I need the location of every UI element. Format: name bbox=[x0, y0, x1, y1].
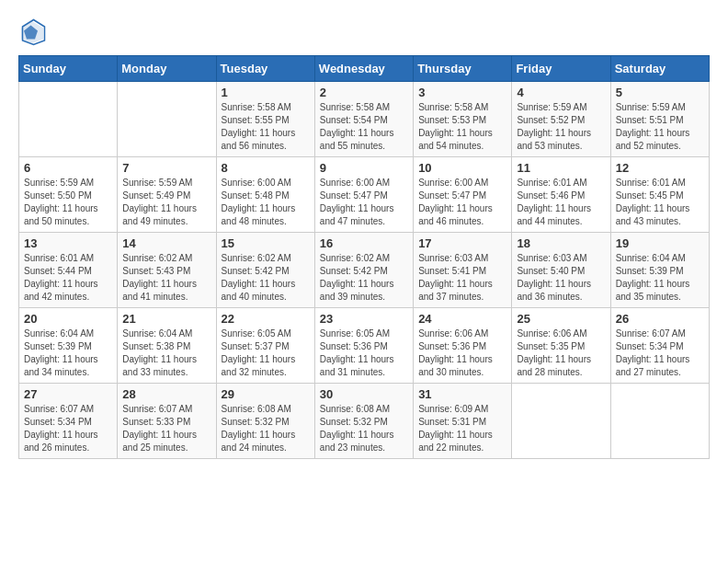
day-info: Sunrise: 5:59 AM Sunset: 5:50 PM Dayligh… bbox=[24, 177, 112, 228]
day-number: 17 bbox=[418, 236, 506, 250]
calendar-cell: 20Sunrise: 6:04 AM Sunset: 5:39 PM Dayli… bbox=[19, 308, 118, 384]
day-number: 2 bbox=[320, 86, 408, 99]
logo-icon bbox=[18, 18, 46, 46]
calendar-cell: 21Sunrise: 6:04 AM Sunset: 5:38 PM Dayli… bbox=[118, 308, 216, 384]
calendar-week-3: 13Sunrise: 6:01 AM Sunset: 5:44 PM Dayli… bbox=[19, 233, 710, 308]
weekday-header-monday: Monday bbox=[118, 56, 216, 82]
calendar-cell: 9Sunrise: 6:00 AM Sunset: 5:47 PM Daylig… bbox=[314, 157, 413, 233]
day-number: 31 bbox=[418, 387, 506, 401]
day-info: Sunrise: 6:05 AM Sunset: 5:36 PM Dayligh… bbox=[320, 327, 408, 379]
day-info: Sunrise: 6:04 AM Sunset: 5:39 PM Dayligh… bbox=[616, 252, 704, 304]
calendar-header: SundayMondayTuesdayWednesdayThursdayFrid… bbox=[19, 56, 710, 82]
day-number: 13 bbox=[24, 236, 112, 250]
day-number: 4 bbox=[517, 86, 605, 99]
day-info: Sunrise: 6:00 AM Sunset: 5:48 PM Dayligh… bbox=[222, 177, 310, 228]
calendar-cell: 26Sunrise: 6:07 AM Sunset: 5:34 PM Dayli… bbox=[610, 308, 709, 384]
calendar-cell: 10Sunrise: 6:00 AM Sunset: 5:47 PM Dayli… bbox=[414, 157, 512, 233]
calendar-cell: 13Sunrise: 6:01 AM Sunset: 5:44 PM Dayli… bbox=[19, 233, 118, 308]
day-info: Sunrise: 6:00 AM Sunset: 5:47 PM Dayligh… bbox=[320, 177, 408, 228]
calendar-cell: 4Sunrise: 5:59 AM Sunset: 5:52 PM Daylig… bbox=[512, 82, 610, 157]
day-number: 26 bbox=[616, 312, 704, 326]
calendar-cell: 14Sunrise: 6:02 AM Sunset: 5:43 PM Dayli… bbox=[118, 233, 216, 308]
day-info: Sunrise: 6:08 AM Sunset: 5:32 PM Dayligh… bbox=[320, 403, 408, 454]
day-info: Sunrise: 6:03 AM Sunset: 5:41 PM Dayligh… bbox=[418, 252, 506, 304]
day-number: 15 bbox=[222, 236, 310, 250]
day-number: 1 bbox=[222, 86, 310, 99]
calendar-cell: 7Sunrise: 5:59 AM Sunset: 5:49 PM Daylig… bbox=[118, 157, 216, 233]
day-info: Sunrise: 6:01 AM Sunset: 5:45 PM Dayligh… bbox=[616, 177, 704, 228]
day-number: 3 bbox=[418, 86, 506, 99]
calendar-cell bbox=[19, 82, 118, 157]
day-number: 14 bbox=[122, 236, 210, 250]
day-number: 12 bbox=[616, 161, 704, 175]
calendar-cell bbox=[610, 384, 709, 459]
day-number: 28 bbox=[122, 387, 210, 401]
day-number: 9 bbox=[320, 161, 408, 175]
logo bbox=[18, 18, 50, 46]
day-info: Sunrise: 6:04 AM Sunset: 5:39 PM Dayligh… bbox=[24, 327, 112, 379]
day-info: Sunrise: 6:06 AM Sunset: 5:36 PM Dayligh… bbox=[418, 327, 506, 379]
calendar-cell: 5Sunrise: 5:59 AM Sunset: 5:51 PM Daylig… bbox=[610, 82, 709, 157]
day-info: Sunrise: 6:02 AM Sunset: 5:42 PM Dayligh… bbox=[222, 252, 310, 304]
day-info: Sunrise: 6:07 AM Sunset: 5:34 PM Dayligh… bbox=[616, 327, 704, 379]
calendar-body: 1Sunrise: 5:58 AM Sunset: 5:55 PM Daylig… bbox=[19, 82, 710, 459]
day-info: Sunrise: 6:03 AM Sunset: 5:40 PM Dayligh… bbox=[517, 252, 605, 304]
day-number: 25 bbox=[517, 312, 605, 326]
weekday-header-friday: Friday bbox=[512, 56, 610, 82]
day-number: 24 bbox=[418, 312, 506, 326]
day-number: 21 bbox=[122, 312, 210, 326]
weekday-header-wednesday: Wednesday bbox=[314, 56, 413, 82]
weekday-header-tuesday: Tuesday bbox=[216, 56, 314, 82]
day-info: Sunrise: 6:07 AM Sunset: 5:33 PM Dayligh… bbox=[122, 403, 210, 454]
calendar-cell: 19Sunrise: 6:04 AM Sunset: 5:39 PM Dayli… bbox=[610, 233, 709, 308]
day-number: 10 bbox=[418, 161, 506, 175]
day-number: 19 bbox=[616, 236, 704, 250]
calendar-cell: 18Sunrise: 6:03 AM Sunset: 5:40 PM Dayli… bbox=[512, 233, 610, 308]
calendar-cell: 28Sunrise: 6:07 AM Sunset: 5:33 PM Dayli… bbox=[118, 384, 216, 459]
calendar-cell: 22Sunrise: 6:05 AM Sunset: 5:37 PM Dayli… bbox=[216, 308, 314, 384]
day-number: 30 bbox=[320, 387, 408, 401]
calendar-cell: 3Sunrise: 5:58 AM Sunset: 5:53 PM Daylig… bbox=[414, 82, 512, 157]
calendar-week-1: 1Sunrise: 5:58 AM Sunset: 5:55 PM Daylig… bbox=[19, 82, 710, 157]
day-info: Sunrise: 6:07 AM Sunset: 5:34 PM Dayligh… bbox=[24, 403, 112, 454]
day-info: Sunrise: 6:04 AM Sunset: 5:38 PM Dayligh… bbox=[122, 327, 210, 379]
weekday-row: SundayMondayTuesdayWednesdayThursdayFrid… bbox=[19, 56, 710, 82]
day-info: Sunrise: 6:06 AM Sunset: 5:35 PM Dayligh… bbox=[517, 327, 605, 379]
calendar-cell: 12Sunrise: 6:01 AM Sunset: 5:45 PM Dayli… bbox=[610, 157, 709, 233]
weekday-header-sunday: Sunday bbox=[19, 56, 118, 82]
day-info: Sunrise: 5:59 AM Sunset: 5:52 PM Dayligh… bbox=[517, 101, 605, 153]
day-number: 18 bbox=[517, 236, 605, 250]
calendar-cell bbox=[118, 82, 216, 157]
day-number: 5 bbox=[616, 86, 704, 99]
calendar-week-5: 27Sunrise: 6:07 AM Sunset: 5:34 PM Dayli… bbox=[19, 384, 710, 459]
day-number: 20 bbox=[24, 312, 112, 326]
calendar-cell: 31Sunrise: 6:09 AM Sunset: 5:31 PM Dayli… bbox=[414, 384, 512, 459]
day-number: 8 bbox=[222, 161, 310, 175]
day-number: 27 bbox=[24, 387, 112, 401]
calendar-week-4: 20Sunrise: 6:04 AM Sunset: 5:39 PM Dayli… bbox=[19, 308, 710, 384]
day-info: Sunrise: 5:58 AM Sunset: 5:53 PM Dayligh… bbox=[418, 101, 506, 153]
calendar-cell: 6Sunrise: 5:59 AM Sunset: 5:50 PM Daylig… bbox=[19, 157, 118, 233]
day-number: 6 bbox=[24, 161, 112, 175]
day-info: Sunrise: 6:05 AM Sunset: 5:37 PM Dayligh… bbox=[222, 327, 310, 379]
day-info: Sunrise: 6:02 AM Sunset: 5:43 PM Dayligh… bbox=[122, 252, 210, 304]
calendar-cell: 11Sunrise: 6:01 AM Sunset: 5:46 PM Dayli… bbox=[512, 157, 610, 233]
day-info: Sunrise: 6:00 AM Sunset: 5:47 PM Dayligh… bbox=[418, 177, 506, 228]
day-info: Sunrise: 6:01 AM Sunset: 5:44 PM Dayligh… bbox=[24, 252, 112, 304]
calendar-cell: 16Sunrise: 6:02 AM Sunset: 5:42 PM Dayli… bbox=[314, 233, 413, 308]
calendar-table: SundayMondayTuesdayWednesdayThursdayFrid… bbox=[18, 55, 710, 459]
calendar-cell: 17Sunrise: 6:03 AM Sunset: 5:41 PM Dayli… bbox=[414, 233, 512, 308]
calendar-cell: 23Sunrise: 6:05 AM Sunset: 5:36 PM Dayli… bbox=[314, 308, 413, 384]
calendar-cell: 15Sunrise: 6:02 AM Sunset: 5:42 PM Dayli… bbox=[216, 233, 314, 308]
day-number: 23 bbox=[320, 312, 408, 326]
weekday-header-thursday: Thursday bbox=[414, 56, 512, 82]
calendar-cell: 29Sunrise: 6:08 AM Sunset: 5:32 PM Dayli… bbox=[216, 384, 314, 459]
day-number: 16 bbox=[320, 236, 408, 250]
calendar-cell: 30Sunrise: 6:08 AM Sunset: 5:32 PM Dayli… bbox=[314, 384, 413, 459]
calendar-cell: 2Sunrise: 5:58 AM Sunset: 5:54 PM Daylig… bbox=[314, 82, 413, 157]
day-number: 7 bbox=[122, 161, 210, 175]
day-info: Sunrise: 6:08 AM Sunset: 5:32 PM Dayligh… bbox=[222, 403, 310, 454]
day-info: Sunrise: 6:09 AM Sunset: 5:31 PM Dayligh… bbox=[418, 403, 506, 454]
day-number: 22 bbox=[222, 312, 310, 326]
calendar-cell: 24Sunrise: 6:06 AM Sunset: 5:36 PM Dayli… bbox=[414, 308, 512, 384]
